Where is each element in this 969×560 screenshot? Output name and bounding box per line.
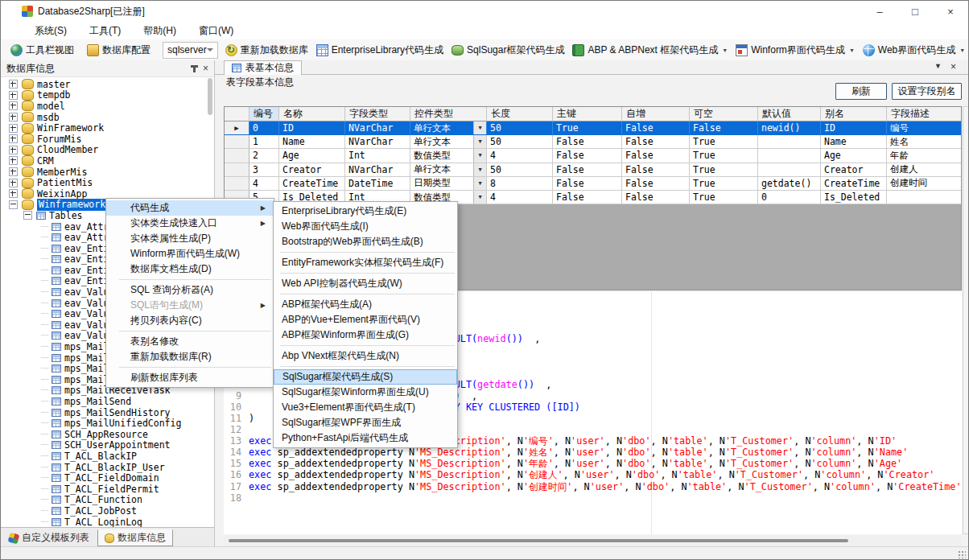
grid-cell[interactable]: False <box>553 135 622 149</box>
refresh-button[interactable]: 刷新 <box>835 83 887 100</box>
close-button[interactable]: × <box>933 1 968 22</box>
menubar-item-窗口(W)[interactable]: 窗口(W) <box>188 23 245 39</box>
grid-cell[interactable]: ID <box>279 121 345 135</box>
expand-icon[interactable] <box>9 156 18 165</box>
minimize-button[interactable]: – <box>862 1 897 22</box>
collapse-icon[interactable] <box>9 200 18 209</box>
grid-cell[interactable]: True <box>690 191 758 204</box>
tree-node-database[interactable]: master <box>1 79 214 90</box>
context-menu-item-拷贝列表内容(C)[interactable]: 拷贝列表内容(C) <box>106 313 274 328</box>
left-tab-自定义模板列表[interactable]: 自定义模板列表 <box>2 529 96 546</box>
grid-column-header-编号[interactable]: 编号 <box>249 107 279 121</box>
grid-cell[interactable]: CreateTime <box>279 177 345 191</box>
grid-cell[interactable]: Age <box>279 149 345 163</box>
collapse-icon[interactable] <box>23 211 32 220</box>
row-selector[interactable] <box>225 149 249 163</box>
grid-cell[interactable]: False <box>622 163 690 177</box>
grid-cell[interactable]: DateTime <box>345 177 410 191</box>
toolbar-button-Winform界面代码生成[interactable]: Winform界面代码生成▼ <box>732 42 859 59</box>
grid-cell[interactable]: True <box>690 177 758 191</box>
grid-column-header-字段类型[interactable]: 字段类型 <box>345 107 410 121</box>
tree-node-table[interactable]: SCH_UserAppointment <box>1 440 214 451</box>
table-row[interactable]: 4CreateTimeDateTime日期类型▼8FalseFalseTrueg… <box>225 177 961 191</box>
tab-close-icon[interactable]: × <box>950 61 956 72</box>
grid-cell[interactable]: True <box>553 121 622 135</box>
grid-cell[interactable]: 0 <box>758 191 821 204</box>
row-selector[interactable] <box>225 135 249 149</box>
grid-cell[interactable]: 单行文本▼ <box>410 121 487 135</box>
submenu-item-Web API控制器代码生成(W)[interactable]: Web API控制器代码生成(W) <box>274 276 457 291</box>
row-selector[interactable]: ▶ <box>225 121 249 135</box>
context-menu-item-重新加载数据库(R)[interactable]: 重新加载数据库(R) <box>106 349 274 364</box>
grid-cell[interactable]: 3 <box>249 163 279 177</box>
tree-node-database[interactable]: msdb <box>1 112 214 123</box>
combobox-dropdown-icon[interactable]: ▼ <box>473 121 486 134</box>
expand-icon[interactable] <box>9 179 18 187</box>
table-row[interactable]: ▶0IDNVarChar单行文本▼50TrueFalseFalsenewid()… <box>225 121 961 135</box>
tree-node-table[interactable]: T_ACL_Function <box>1 495 214 506</box>
panel-vscrollbar[interactable] <box>963 106 969 534</box>
grid-cell[interactable]: False <box>553 149 622 163</box>
tree-node-table[interactable]: mps_MailUnifiedConfig <box>1 418 214 429</box>
grid-column-header-控件类型[interactable]: 控件类型 <box>410 107 487 121</box>
grid-cell[interactable]: True <box>690 135 758 149</box>
context-menu-item-实体类生成快速入口[interactable]: 实体类生成快速入口▶ <box>106 216 274 231</box>
grid-cell[interactable]: 姓名 <box>887 135 962 149</box>
submenu-item-Abp VNext框架代码生成(N)[interactable]: Abp VNext框架代码生成(N) <box>274 348 457 364</box>
expand-icon[interactable] <box>9 134 18 143</box>
chevron-down-icon[interactable]: ▼ <box>959 47 965 53</box>
grid-cell[interactable]: 50 <box>487 163 553 177</box>
submenu-item-ABP的Vue+Element界面代码(V)[interactable]: ABP的Vue+Element界面代码(V) <box>274 312 457 327</box>
tree-node-table[interactable]: T_ACL_FieldPermit <box>1 484 214 495</box>
submenu-item-ABP框架Winform界面生成(G)[interactable]: ABP框架Winform界面生成(G) <box>274 327 457 343</box>
grid-cell[interactable] <box>758 163 821 177</box>
table-row[interactable]: 3CreatorNVarChar单行文本▼50FalseFalseTrueCre… <box>225 163 961 177</box>
toolbar-button-ABP & ABPNext 框架代码生成[interactable]: ABP & ABPNext 框架代码生成▼ <box>568 42 732 59</box>
grid-cell[interactable]: 2 <box>249 149 279 163</box>
grid-cell[interactable]: newid() <box>758 121 821 135</box>
grid-column-header-别名[interactable]: 别名 <box>821 107 887 121</box>
grid-cell[interactable]: 数值类型▼ <box>410 149 487 163</box>
expand-icon[interactable] <box>9 91 18 100</box>
tree-node-table[interactable]: mps_MailSendHistory <box>1 407 214 418</box>
grid-cell[interactable]: False <box>622 191 690 204</box>
submenu-item-SqlSugar框架WPF界面生成[interactable]: SqlSugar框架WPF界面生成 <box>274 415 457 430</box>
grid-cell[interactable]: Age <box>821 149 887 163</box>
hscrollbar-thumb[interactable] <box>229 539 848 542</box>
grid-cell[interactable]: getdate() <box>758 177 821 191</box>
submenu-item-Bootstrap的Web界面代码生成(B)[interactable]: Bootstrap的Web界面代码生成(B) <box>274 234 457 249</box>
grid-cell[interactable]: 50 <box>487 121 553 135</box>
grid-cell[interactable]: NVarChar <box>345 121 410 135</box>
tree-node-table[interactable]: T_ACL_FieldDomain <box>1 472 214 484</box>
grid-cell[interactable]: Creator <box>821 163 887 177</box>
grid-column-header-默认值[interactable]: 默认值 <box>758 107 821 121</box>
combobox-dropdown-icon[interactable]: ▼ <box>473 149 486 162</box>
submenu-item-SqlSugar框架Winform界面生成(U)[interactable]: SqlSugar框架Winform界面生成(U) <box>274 385 457 400</box>
grid-cell[interactable]: 编号 <box>887 121 962 135</box>
menubar-item-帮助(H)[interactable]: 帮助(H) <box>132 23 188 39</box>
grid-cell[interactable]: NVarChar <box>345 163 410 177</box>
grid-cell[interactable]: ID <box>821 121 887 135</box>
grid-cell[interactable]: Name <box>821 135 887 149</box>
combobox-dropdown-icon[interactable]: ▼ <box>473 177 486 190</box>
tree-node-table[interactable]: mps_MailSend <box>1 396 214 407</box>
left-tab-数据库信息[interactable]: 数据库信息 <box>97 529 173 546</box>
row-selector[interactable] <box>225 163 249 177</box>
grid-cell[interactable]: False <box>622 177 690 191</box>
context-menu-item-表别名修改[interactable]: 表别名修改 <box>106 334 274 349</box>
combobox-dropdown-icon[interactable]: ▼ <box>473 135 486 148</box>
grid-column-header-长度[interactable]: 长度 <box>487 107 553 121</box>
menubar-item-系统(S)[interactable]: 系统(S) <box>23 23 78 39</box>
grid-cell[interactable]: Int <box>345 149 410 163</box>
grid-cell[interactable]: 4 <box>249 177 279 191</box>
set-field-alias-button[interactable]: 设置字段别名 <box>892 83 962 100</box>
tree-node-table[interactable]: T_ACL_BlackIP_User <box>1 462 214 473</box>
grid-cell[interactable]: False <box>622 121 690 135</box>
grid-cell[interactable]: True <box>690 149 758 163</box>
tab-list-dropdown-icon[interactable]: ▼ <box>934 62 942 70</box>
grid-column-header-字段描述[interactable]: 字段描述 <box>887 107 962 121</box>
toolbar-button-重新加载数据库[interactable]: 重新加载数据库 <box>221 42 312 59</box>
resize-grip[interactable] <box>958 550 966 558</box>
expand-icon[interactable] <box>9 167 18 176</box>
submenu-item-EnterpriseLibrary代码生成(E)[interactable]: EnterpriseLibrary代码生成(E) <box>274 204 457 219</box>
